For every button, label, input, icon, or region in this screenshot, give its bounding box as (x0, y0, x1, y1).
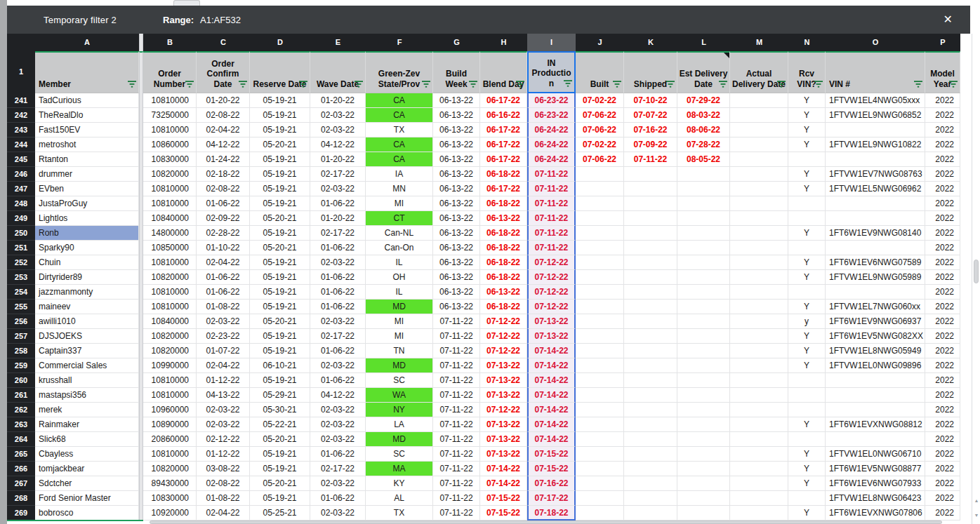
cell-order_confirm_date[interactable]: 04-13-22 (197, 388, 250, 403)
row-header-254[interactable]: 254 (7, 285, 35, 300)
cell-in_production[interactable]: 07-12-22 (527, 255, 576, 270)
cell-vin[interactable] (826, 432, 925, 447)
cell-order_number[interactable]: 10810000 (143, 285, 197, 300)
cell-vin[interactable]: 1FTVW1EL9NWG06852 (826, 108, 925, 123)
cell-rcv_vin[interactable]: Y (788, 447, 826, 462)
cell-reserve_date[interactable]: 05-29-21 (250, 388, 310, 403)
cell-member[interactable]: maineev (35, 300, 139, 314)
cell-order_confirm_date[interactable]: 02-03-22 (197, 314, 250, 329)
cell-model_year[interactable]: 2022 (925, 226, 960, 241)
column-letter-A[interactable]: A (35, 34, 139, 51)
cell-shipped[interactable] (624, 329, 677, 344)
cell-actual_delivery_date[interactable] (730, 211, 788, 226)
cell-build_week[interactable]: 07-11-22 (433, 462, 480, 476)
cell-order_confirm_date[interactable]: 01-24-22 (197, 152, 250, 167)
cell-blend_day[interactable]: 06-17-22 (480, 123, 527, 137)
cell-build_week[interactable]: 07-11-22 (433, 447, 480, 462)
cell-vin[interactable]: 1FTVW1EL0NWG06710 (826, 447, 925, 462)
cell-member[interactable]: JustaProGuy (35, 196, 139, 211)
cell-wave_date[interactable]: 02-17-22 (310, 226, 366, 241)
cell-rcv_vin[interactable]: Y (788, 300, 826, 314)
cell-in_production[interactable]: 07-16-22 (527, 476, 576, 491)
cell-actual_delivery_date[interactable] (730, 403, 788, 417)
cell-vin[interactable] (826, 241, 925, 255)
cell-est_delivery_date[interactable] (677, 462, 730, 476)
filter-icon[interactable] (469, 81, 477, 88)
cell-actual_delivery_date[interactable] (730, 196, 788, 211)
corner-box[interactable] (7, 34, 35, 51)
row-header-253[interactable]: 253 (7, 270, 35, 285)
cell-member[interactable]: Slick68 (35, 432, 139, 447)
cell-built[interactable] (576, 491, 624, 506)
cell-green_zev_state[interactable]: MI (366, 329, 433, 344)
cell-vin[interactable]: 1FT6W1EV6NWG07589 (826, 255, 925, 270)
cell-green_zev_state[interactable]: CT (366, 211, 433, 226)
cell-rcv_vin[interactable]: Y (788, 506, 826, 520)
cell-model_year[interactable]: 2022 (925, 255, 960, 270)
cell-model_year[interactable]: 2022 (925, 403, 960, 417)
cell-shipped[interactable]: 07-16-22 (624, 123, 677, 137)
cell-green_zev_state[interactable]: CA (366, 108, 433, 123)
cell-order_confirm_date[interactable]: 01-10-22 (197, 241, 250, 255)
cell-order_number[interactable]: 10860000 (143, 137, 197, 152)
cell-order_number[interactable]: 10960000 (143, 403, 197, 417)
cell-vin[interactable]: 1FT6W1EV9NWG08140 (826, 226, 925, 241)
cell-build_week[interactable]: 06-13-22 (433, 167, 480, 182)
cell-order_number[interactable]: 10820000 (143, 462, 197, 476)
cell-build_week[interactable]: 06-13-22 (433, 300, 480, 314)
close-icon[interactable]: ✕ (943, 14, 953, 25)
cell-built[interactable] (576, 403, 624, 417)
cell-reserve_date[interactable]: 05-22-21 (250, 417, 310, 432)
cell-built[interactable] (576, 211, 624, 226)
cell-green_zev_state[interactable]: IL (366, 285, 433, 300)
cell-est_delivery_date[interactable] (677, 491, 730, 506)
cell-model_year[interactable]: 2022 (925, 476, 960, 491)
cell-built[interactable]: 07-02-22 (576, 137, 624, 152)
cell-vin[interactable]: 1FTVW1EL0NWG09896 (826, 358, 925, 373)
cell-shipped[interactable]: 07-09-22 (624, 137, 677, 152)
cell-member[interactable]: Lightlos (35, 211, 139, 226)
cell-wave_date[interactable]: 02-03-22 (310, 417, 366, 432)
cell-member[interactable]: Chuin (35, 255, 139, 270)
cell-est_delivery_date[interactable]: 07-28-22 (677, 137, 730, 152)
cell-rcv_vin[interactable]: Y (788, 329, 826, 344)
cell-model_year[interactable]: 2022 (925, 432, 960, 447)
cell-blend_day[interactable]: 06-18-22 (480, 300, 527, 314)
cell-wave_date[interactable]: 02-03-22 (310, 314, 366, 329)
cell-member[interactable]: TheRealDlo (35, 108, 139, 123)
cell-rcv_vin[interactable]: Y (788, 182, 826, 196)
cell-blend_day[interactable]: 07-14-22 (480, 462, 527, 476)
cell-rcv_vin[interactable]: Y (788, 344, 826, 358)
cell-model_year[interactable]: 2022 (925, 314, 960, 329)
column-letter-L[interactable]: L (677, 34, 730, 51)
cell-actual_delivery_date[interactable] (730, 137, 788, 152)
cell-rcv_vin[interactable]: Y (788, 417, 826, 432)
cell-member[interactable]: drummer (35, 167, 139, 182)
cell-order_confirm_date[interactable]: 01-07-22 (197, 344, 250, 358)
cell-member[interactable]: Rtanton (35, 152, 139, 167)
row-header-268[interactable]: 268 (7, 491, 35, 506)
cell-wave_date[interactable]: 02-03-22 (310, 255, 366, 270)
cell-build_week[interactable]: 06-13-22 (433, 123, 480, 137)
cell-model_year[interactable]: 2022 (925, 462, 960, 476)
row-header-249[interactable]: 249 (7, 211, 35, 226)
cell-built[interactable]: 07-02-22 (576, 93, 624, 108)
cell-order_confirm_date[interactable]: 01-06-22 (197, 196, 250, 211)
cell-est_delivery_date[interactable] (677, 329, 730, 344)
cell-green_zev_state[interactable]: WA (366, 388, 433, 403)
cell-vin[interactable]: 1FTVW1EL8NWG05949 (826, 344, 925, 358)
filter-icon[interactable] (239, 81, 247, 88)
cell-built[interactable] (576, 373, 624, 388)
cell-built[interactable] (576, 447, 624, 462)
cell-blend_day[interactable]: 07-13-22 (480, 432, 527, 447)
column-letter-I[interactable]: I (527, 34, 576, 51)
column-header-reserve_date[interactable]: Reserve Date (250, 51, 310, 93)
cell-order_number[interactable]: 10810000 (143, 300, 197, 314)
cell-reserve_date[interactable]: 05-30-21 (250, 403, 310, 417)
cell-order_confirm_date[interactable]: 01-08-22 (197, 491, 250, 506)
cell-model_year[interactable]: 2022 (925, 506, 960, 520)
cell-reserve_date[interactable]: 05-19-21 (250, 182, 310, 196)
cell-shipped[interactable] (624, 491, 677, 506)
cell-order_number[interactable]: 73250000 (143, 108, 197, 123)
cell-built[interactable] (576, 196, 624, 211)
